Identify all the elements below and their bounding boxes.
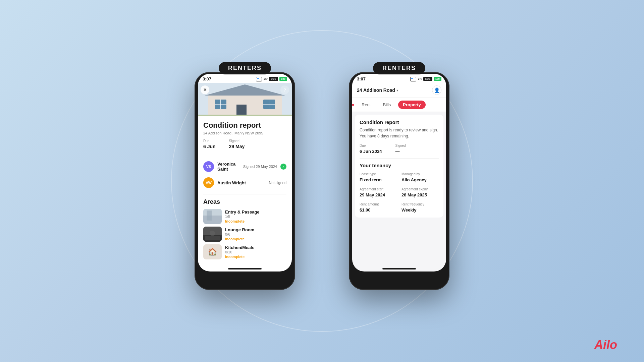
status-bar-2: 3:07 ●tv SOS 100 xyxy=(352,74,446,83)
passage-thumb-svg xyxy=(203,209,222,224)
card-meta-row: Due 6 Jun 2024 Signed — xyxy=(360,144,439,154)
area-thumb-kitchen: 🏠 xyxy=(203,244,222,259)
area-info-kitchen: Kitchen/Meals 0/10 Incomplete xyxy=(225,245,286,259)
signer-name-aw: Austin Wright xyxy=(217,180,265,185)
browser-icon-1 xyxy=(256,77,262,81)
profile-icon[interactable]: 👤 xyxy=(432,85,441,95)
renters-label-1: RENTERS xyxy=(219,62,271,74)
signer-name-vs: Veronica Saint xyxy=(217,162,240,172)
svg-point-17 xyxy=(210,231,215,236)
signal-2: ●tv xyxy=(418,77,422,81)
signer-row-aw: AW Austin Wright Not signed xyxy=(203,175,286,191)
area-thumb-lounge xyxy=(203,227,222,242)
chevron-down-icon: ▾ xyxy=(396,88,398,92)
phone1-content: ✕ ? Condition report 24 Addison Road , M… xyxy=(198,83,292,267)
area-count-lounge: 0/6 xyxy=(225,232,286,236)
help-button[interactable]: ? xyxy=(280,85,289,94)
status-time-2: 3:07 xyxy=(357,76,366,81)
area-name-kitchen: Kitchen/Meals xyxy=(225,245,286,250)
tenancy-grid: Lease type Fixed term Managed by Ailo Ag… xyxy=(360,172,439,213)
signed-item: Signed 29 May xyxy=(229,139,245,149)
tenancy-agreement-expiry: Agreement expiry 28 May 2025 xyxy=(401,187,439,198)
house-svg xyxy=(198,83,292,116)
signal-1: ●tv xyxy=(263,77,267,81)
renters-label-2: RENTERS xyxy=(373,62,425,74)
area-item-lounge[interactable]: Lounge Room 0/6 Incomplete xyxy=(203,227,286,242)
card-desc: Condition report is ready to review and … xyxy=(360,127,439,139)
avatar-aw: AW xyxy=(203,177,214,188)
avatar-vs: VS xyxy=(203,161,214,172)
phone-2: RENTERS 3:07 ●tv SOS 100 24 Addison Road… xyxy=(349,72,449,290)
incomplete-badge-lounge: Incomplete xyxy=(225,237,286,241)
area-count-kitchen: 0/10 xyxy=(225,250,286,254)
phone2-header: 24 Addison Road ▾ 👤 xyxy=(352,83,446,98)
signer-row-vs: VS Veronica Saint Signed 29 May 2024 ✓ xyxy=(203,159,286,175)
report-title: Condition report xyxy=(203,121,286,130)
home-indicator-2 xyxy=(382,268,416,269)
home-indicator-1 xyxy=(228,268,262,269)
divider-2 xyxy=(203,194,286,194)
phones-container: RENTERS 3:07 ●tv SOS 100 xyxy=(195,72,449,290)
property-image: ✕ ? xyxy=(198,83,292,116)
area-item-passage[interactable]: Entry & Passage 1/5 Incomplete xyxy=(203,209,286,224)
status-time-1: 3:07 xyxy=(203,76,211,81)
areas-title: Areas xyxy=(203,198,286,205)
report-body: Condition report 24 Addison Road , Manly… xyxy=(198,116,292,267)
ailo-logo: Ailo xyxy=(594,338,617,352)
svg-rect-16 xyxy=(205,236,220,240)
card-divider xyxy=(360,158,439,159)
status-bar-1: 3:07 ●tv SOS 100 xyxy=(198,74,292,83)
phone-1: RENTERS 3:07 ●tv SOS 100 xyxy=(195,72,295,290)
status-icons-2: ●tv SOS 100 xyxy=(410,77,441,81)
svg-rect-13 xyxy=(207,210,212,221)
address-row[interactable]: 24 Addison Road ▾ xyxy=(357,87,398,93)
tenancy-title: Your tenancy xyxy=(360,163,439,168)
svg-rect-3 xyxy=(236,105,247,116)
area-info-passage: Entry & Passage 1/5 Incomplete xyxy=(225,209,286,223)
status-icons-1: ●tv SOS 100 xyxy=(256,77,287,81)
tab-property[interactable]: Property xyxy=(398,101,425,109)
phone2-screen: 3:07 ●tv SOS 100 24 Addison Road ▾ 👤 xyxy=(352,74,446,272)
close-button[interactable]: ✕ xyxy=(201,85,209,94)
svg-rect-10 xyxy=(198,115,292,116)
signed-check-vs: ✓ xyxy=(280,164,286,170)
battery-badge-1: 100 xyxy=(279,77,287,81)
scroll-content: Condition report Condition report is rea… xyxy=(352,112,446,267)
address-text: 24 Addison Road xyxy=(357,87,395,93)
tenancy-agreement-start: Agreement start 29 May 2024 xyxy=(360,187,397,198)
phone1-screen: 3:07 ●tv SOS 100 xyxy=(198,74,292,272)
signer-status-aw: Not signed xyxy=(269,181,286,185)
tenancy-rent-amount: Rent amount $1.00 xyxy=(360,202,397,213)
card-due-item: Due 6 Jun 2024 xyxy=(360,144,382,154)
area-item-kitchen[interactable]: 🏠 Kitchen/Meals 0/10 Incomplete xyxy=(203,244,286,259)
battery-badge-2: 100 xyxy=(434,77,441,81)
tenancy-managed-by: Managed by Ailo Agency xyxy=(401,172,439,183)
incomplete-badge-passage: Incomplete xyxy=(225,219,286,223)
sos-badge-2: SOS xyxy=(423,77,432,81)
due-item: Due 6 Jun xyxy=(203,139,216,149)
lounge-thumb-svg xyxy=(203,227,222,242)
sos-badge-1: SOS xyxy=(269,77,278,81)
svg-rect-12 xyxy=(203,216,222,224)
area-name-passage: Entry & Passage xyxy=(225,209,286,215)
tenancy-rent-frequency: Rent frequency Weekly xyxy=(401,202,439,213)
area-info-lounge: Lounge Room 0/6 Incomplete xyxy=(225,227,286,241)
divider-1 xyxy=(203,155,286,155)
tenancy-lease-type: Lease type Fixed term xyxy=(360,172,397,183)
browser-icon-2 xyxy=(410,77,416,81)
condition-report-card: Condition report Condition report is rea… xyxy=(355,115,443,218)
card-title: Condition report xyxy=(360,119,439,125)
tab-rent[interactable]: Rent xyxy=(357,101,375,109)
incomplete-badge-kitchen: Incomplete xyxy=(225,255,286,259)
area-name-lounge: Lounge Room xyxy=(225,227,286,232)
area-count-passage: 1/5 xyxy=(225,215,286,219)
area-thumb-passage xyxy=(203,209,222,224)
due-signed-row: Due 6 Jun Signed 29 May xyxy=(203,139,286,149)
signer-status-vs: Signed 29 May 2024 xyxy=(243,165,277,169)
report-address: 24 Addison Road , Manly NSW 2095 xyxy=(203,131,286,135)
tab-bills[interactable]: Bills xyxy=(378,101,395,109)
card-signed-item: Signed — xyxy=(395,144,406,154)
tabs-row: Rent Bills Property xyxy=(352,98,446,112)
